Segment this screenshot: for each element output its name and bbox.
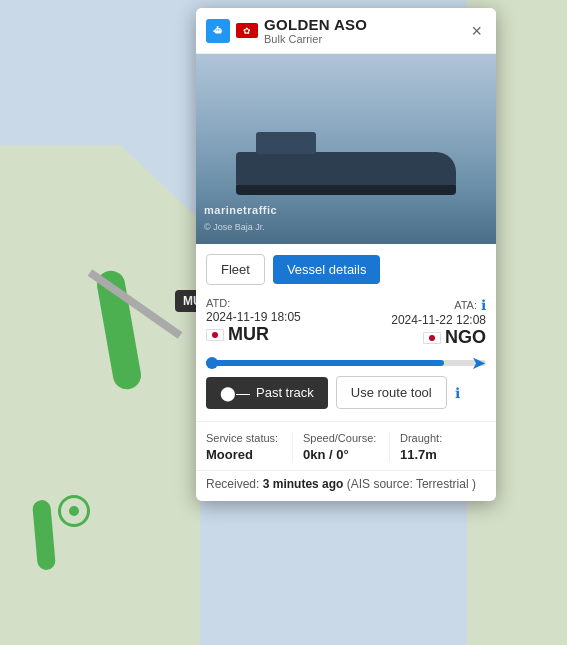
route-info-icon[interactable]: ℹ — [455, 385, 460, 401]
departure-port-name: MUR — [228, 324, 269, 345]
arrival-block: ATA: ℹ 2024-11-22 12:08 NGO — [351, 297, 486, 348]
departure-time: 2024-11-19 18:05 — [206, 310, 341, 324]
draught-label: Draught: — [400, 432, 476, 444]
progress-track: ➤ — [206, 360, 486, 366]
vessel-marker[interactable] — [58, 495, 90, 527]
service-status-value: Moored — [206, 447, 282, 462]
popup-header: ⛴ GOLDEN ASO Bulk Carrier × — [196, 8, 496, 54]
vessel-flag-icon — [236, 23, 258, 38]
received-prefix: Received: — [206, 477, 259, 491]
arrival-label: ATA: — [454, 299, 477, 311]
status-section: Service status: Moored Speed/Course: 0kn… — [196, 421, 496, 470]
departure-block: ATD: 2024-11-19 18:05 MUR — [206, 297, 341, 348]
popup-title-block: GOLDEN ASO Bulk Carrier — [264, 16, 461, 45]
draught-block: Draught: 11.7m — [390, 432, 486, 462]
departure-port-code: MUR — [206, 324, 341, 345]
arrival-port-code: NGO — [351, 327, 486, 348]
received-section: Received: 3 minutes ago (AIS source: Ter… — [196, 470, 496, 501]
use-route-tool-button[interactable]: Use route tool — [336, 376, 447, 409]
route-info-row: ATD: 2024-11-19 18:05 MUR ATA: ℹ 2024-11… — [196, 293, 496, 356]
speed-value: 0kn / 0° — [303, 447, 379, 462]
progress-arrow-icon: ➤ — [471, 354, 486, 372]
watermark-text: marinetraffic — [204, 204, 277, 216]
vessel-type-icon: ⛴ — [206, 19, 230, 43]
departure-flag — [206, 329, 224, 341]
arrival-flag — [423, 332, 441, 344]
speed-label: Speed/Course: — [303, 432, 379, 444]
action-buttons-row: Fleet Vessel details — [196, 244, 496, 293]
vessel-details-button[interactable]: Vessel details — [273, 255, 381, 284]
arrival-port-name: NGO — [445, 327, 486, 348]
fleet-button[interactable]: Fleet — [206, 254, 265, 285]
received-time: 3 minutes ago — [263, 477, 344, 491]
service-status-block: Service status: Moored — [206, 432, 293, 462]
speed-block: Speed/Course: 0kn / 0° — [293, 432, 390, 462]
vessel-popup: ⛴ GOLDEN ASO Bulk Carrier × marinetraffi… — [196, 8, 496, 501]
service-status-label: Service status: — [206, 432, 282, 444]
vessel-image: marinetraffic © Jose Baja Jr. — [196, 54, 496, 244]
past-track-button[interactable]: ⬤— Past track — [206, 377, 328, 409]
progress-start-dot — [206, 357, 218, 369]
past-track-label: Past track — [256, 385, 314, 400]
departure-label: ATD: — [206, 297, 341, 309]
close-button[interactable]: × — [467, 20, 486, 42]
vessel-type-label: Bulk Carrier — [264, 33, 461, 45]
arrival-time: 2024-11-22 12:08 — [351, 313, 486, 327]
track-buttons-row: ⬤— Past track Use route tool ℹ — [196, 376, 496, 421]
arrival-info-icon[interactable]: ℹ — [481, 297, 486, 313]
progress-fill — [206, 360, 444, 366]
ship-silhouette — [236, 152, 456, 187]
received-suffix: (AIS source: Terrestrial ) — [347, 477, 476, 491]
draught-value: 11.7m — [400, 447, 476, 462]
photo-credit-text: © Jose Baja Jr. — [204, 222, 265, 232]
land-shape-left — [0, 145, 200, 645]
past-track-icon: ⬤— — [220, 385, 250, 401]
progress-section: ➤ — [196, 356, 496, 376]
vessel-name: GOLDEN ASO — [264, 16, 461, 33]
